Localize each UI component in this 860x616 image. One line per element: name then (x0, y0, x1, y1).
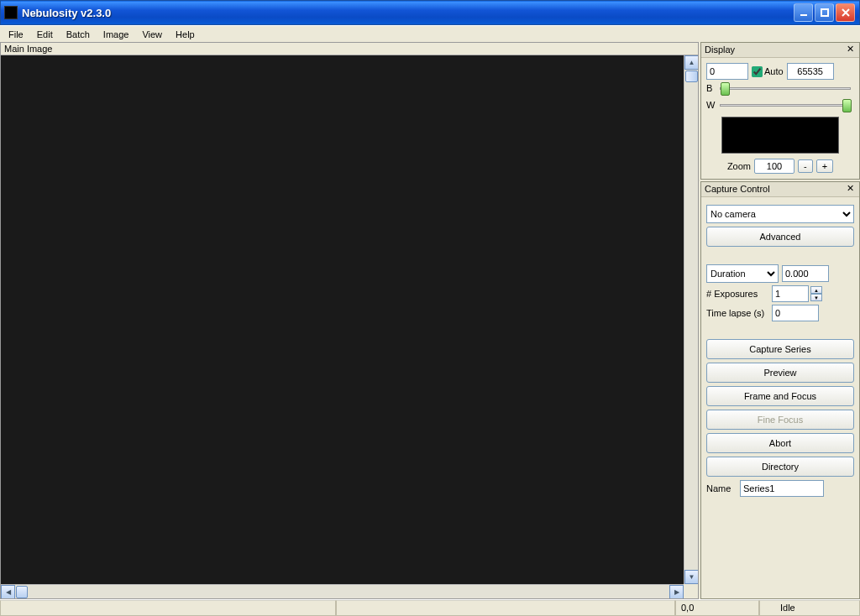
menu-view[interactable]: View (135, 28, 169, 41)
menu-edit[interactable]: Edit (30, 28, 60, 41)
display-panel-close-icon[interactable]: ✕ (845, 44, 856, 55)
exposures-down-icon[interactable]: ▼ (810, 294, 822, 301)
b-slider[interactable] (720, 87, 851, 90)
w-slider-thumb[interactable] (842, 99, 852, 112)
window-title: Nebulosity v2.3.0 (22, 7, 794, 19)
status-coords: 0,0 (675, 600, 759, 616)
zoom-label: Zoom (727, 161, 751, 171)
w-slider[interactable] (720, 104, 851, 107)
image-canvas[interactable] (1, 55, 684, 584)
abort-button[interactable]: Abort (706, 433, 854, 453)
frame-focus-button[interactable]: Frame and Focus (706, 386, 854, 406)
preview-button[interactable]: Preview (706, 363, 854, 383)
vertical-scrollbar[interactable]: ▲ ▼ (684, 55, 698, 584)
scroll-down-icon[interactable]: ▼ (684, 570, 698, 584)
duration-select[interactable]: Duration (706, 264, 779, 283)
window-buttons (794, 3, 855, 22)
exposures-label: # Exposures (706, 289, 768, 299)
zoom-out-button[interactable]: - (798, 159, 813, 173)
w-slider-label: W (706, 100, 716, 110)
menu-bar: File Edit Batch Image View Help (0, 25, 860, 42)
display-panel-title: Display (705, 44, 845, 55)
zoom-value[interactable] (754, 159, 794, 174)
camera-select[interactable]: No camera (706, 205, 854, 223)
horizontal-scrollbar[interactable]: ◀ ▶ (1, 584, 684, 598)
main-image-header: Main Image (1, 43, 698, 55)
capture-panel-close-icon[interactable]: ✕ (845, 184, 856, 195)
menu-batch[interactable]: Batch (60, 28, 97, 41)
status-bar: 0,0 Idle (0, 599, 860, 616)
svg-rect-0 (800, 14, 807, 16)
zoom-in-button[interactable]: + (816, 159, 833, 173)
advanced-button[interactable]: Advanced (706, 227, 854, 247)
scroll-up-icon[interactable]: ▲ (684, 55, 698, 70)
exposures-input[interactable] (772, 285, 809, 302)
auto-label: Auto (764, 66, 784, 76)
duration-input[interactable] (782, 265, 829, 282)
app-icon (4, 6, 18, 19)
scroll-thumb-horizontal[interactable] (16, 586, 28, 598)
scroll-right-icon[interactable]: ▶ (669, 585, 684, 598)
capture-series-button[interactable]: Capture Series (706, 339, 854, 359)
main-image-pane: Main Image ▲ ▼ ◀ ▶ (0, 42, 699, 599)
black-level-input[interactable] (706, 63, 748, 80)
status-cell-2 (336, 600, 675, 616)
svg-rect-1 (821, 9, 828, 16)
auto-checkbox[interactable] (752, 66, 763, 77)
b-slider-label: B (706, 83, 716, 93)
capture-panel-title: Capture Control (705, 184, 845, 195)
scroll-thumb-vertical[interactable] (685, 70, 698, 82)
maximize-button[interactable] (815, 3, 834, 22)
scroll-left-icon[interactable]: ◀ (1, 585, 15, 598)
name-input[interactable] (740, 480, 824, 497)
minimize-button[interactable] (794, 3, 813, 22)
menu-file[interactable]: File (2, 28, 30, 41)
fine-focus-button[interactable]: Fine Focus (706, 410, 854, 430)
exposures-up-icon[interactable]: ▲ (810, 286, 822, 294)
name-label: Name (706, 483, 737, 493)
status-cell-1 (0, 600, 336, 616)
timelapse-label: Time lapse (s) (706, 308, 768, 318)
menu-image[interactable]: Image (97, 28, 136, 41)
title-bar: Nebulosity v2.3.0 (0, 0, 860, 25)
close-button[interactable] (836, 3, 855, 22)
status-state: Idle (759, 600, 860, 616)
histogram (721, 117, 839, 154)
directory-button[interactable]: Directory (706, 457, 854, 477)
timelapse-input[interactable] (772, 305, 819, 321)
white-level-input[interactable] (787, 63, 834, 80)
menu-help[interactable]: Help (169, 28, 202, 41)
display-panel: Display ✕ Auto B (700, 42, 860, 180)
capture-control-panel: Capture Control ✕ No camera Advanced Dur… (700, 181, 860, 599)
b-slider-thumb[interactable] (721, 82, 730, 96)
